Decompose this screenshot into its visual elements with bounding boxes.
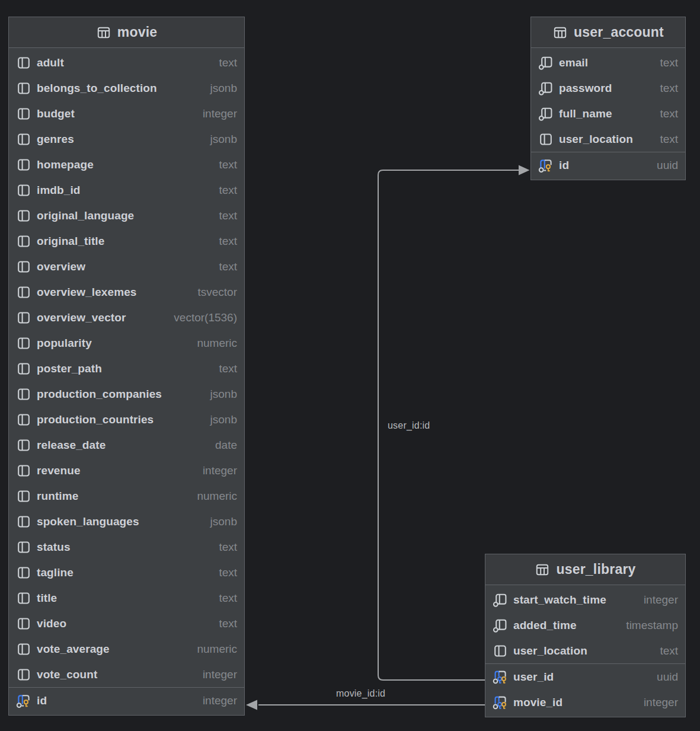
- column-name: start_watch_time: [513, 593, 606, 606]
- table-user-account-header[interactable]: user_account: [531, 17, 685, 48]
- column-row-user_location[interactable]: user_locationtext: [485, 638, 685, 663]
- column-name: original_language: [37, 209, 134, 222]
- table-movie-columns: adulttext belongs_to_collectionjsonb bud…: [9, 48, 244, 687]
- column-row-budget[interactable]: budgetinteger: [9, 101, 244, 126]
- column-type: integer: [203, 694, 237, 707]
- column-indexed-icon: [493, 592, 508, 608]
- column-icon: [16, 208, 31, 224]
- column-row-user_location[interactable]: user_locationtext: [531, 126, 685, 152]
- column-row-vote_average[interactable]: vote_averagenumeric: [9, 636, 244, 662]
- relationship-label-movie-id: movie_id:id: [336, 688, 385, 699]
- column-row-original_title[interactable]: original_titletext: [9, 228, 244, 254]
- column-row-email[interactable]: emailtext: [531, 50, 685, 75]
- column-type: text: [219, 235, 237, 248]
- table-user-library[interactable]: user_library start_watch_timeinteger add…: [485, 554, 686, 717]
- table-user-library-header[interactable]: user_library: [485, 554, 685, 585]
- column-row-poster_path[interactable]: poster_pathtext: [9, 356, 244, 381]
- column-row-start_watch_time[interactable]: start_watch_timeinteger: [485, 587, 685, 612]
- column-name: genres: [37, 133, 74, 146]
- column-type: integer: [644, 696, 678, 709]
- column-icon: [16, 540, 31, 555]
- column-row-status[interactable]: statustext: [9, 534, 244, 560]
- table-icon: [96, 25, 111, 40]
- column-type: numeric: [197, 643, 237, 656]
- column-type: text: [219, 260, 237, 273]
- column-row-belongs_to_collection[interactable]: belongs_to_collectionjsonb: [9, 75, 244, 101]
- column-icon: [16, 641, 31, 657]
- column-row-release_date[interactable]: release_datedate: [9, 432, 244, 458]
- column-row-original_language[interactable]: original_languagetext: [9, 203, 244, 228]
- column-icon: [16, 667, 31, 682]
- column-row-adult[interactable]: adulttext: [9, 50, 244, 75]
- column-row-revenue[interactable]: revenueinteger: [9, 458, 244, 483]
- column-row-production_companies[interactable]: production_companiesjsonb: [9, 381, 244, 407]
- column-icon: [16, 616, 31, 631]
- column-name: runtime: [37, 490, 78, 503]
- column-type: text: [219, 184, 237, 197]
- column-type: uuid: [657, 671, 678, 684]
- table-movie-header[interactable]: movie: [9, 17, 244, 48]
- column-type: vector(1536): [174, 311, 237, 324]
- column-row-id[interactable]: iduuid: [531, 152, 685, 178]
- relationship-movie-id-line[interactable]: [246, 700, 485, 710]
- column-type: jsonb: [210, 413, 237, 426]
- table-user-account-columns: emailtext passwordtext full_nametext use…: [531, 48, 685, 152]
- relationship-label-user-id: user_id:id: [388, 420, 430, 431]
- column-row-added_time[interactable]: added_timetimestamp: [485, 612, 685, 638]
- column-name: belongs_to_collection: [37, 82, 157, 95]
- column-row-overview_vector[interactable]: overview_vectorvector(1536): [9, 305, 244, 330]
- column-type: text: [219, 362, 237, 375]
- column-name: production_countries: [37, 413, 154, 426]
- column-icon: [16, 259, 31, 274]
- column-type: text: [219, 158, 237, 171]
- column-type: text: [660, 107, 678, 120]
- column-row-id[interactable]: idinteger: [9, 688, 244, 713]
- column-name: id: [37, 694, 47, 707]
- column-row-movie_id[interactable]: movie_idinteger: [485, 689, 685, 715]
- column-type: integer: [203, 107, 237, 120]
- column-row-genres[interactable]: genresjsonb: [9, 126, 244, 152]
- column-row-video[interactable]: videotext: [9, 611, 244, 636]
- column-name: status: [37, 541, 71, 554]
- column-name: email: [559, 56, 588, 69]
- column-row-overview_lexemes[interactable]: overview_lexemestsvector: [9, 279, 244, 305]
- column-name: revenue: [37, 464, 81, 477]
- column-row-title[interactable]: titletext: [9, 585, 244, 611]
- column-row-password[interactable]: passwordtext: [531, 75, 685, 101]
- column-type: integer: [203, 668, 237, 681]
- column-icon: [16, 157, 31, 173]
- column-icon: [16, 463, 31, 478]
- column-icon: [538, 132, 554, 147]
- column-row-overview[interactable]: overviewtext: [9, 254, 244, 279]
- diagram-canvas: user_id:id movie_id:id movie adulttext b…: [0, 0, 700, 731]
- column-row-spoken_languages[interactable]: spoken_languagesjsonb: [9, 509, 244, 534]
- column-name: adult: [37, 56, 64, 69]
- column-row-production_countries[interactable]: production_countriesjsonb: [9, 407, 244, 432]
- column-row-tagline[interactable]: taglinetext: [9, 560, 244, 585]
- column-row-full_name[interactable]: full_nametext: [531, 101, 685, 126]
- column-row-homepage[interactable]: homepagetext: [9, 152, 244, 177]
- column-row-vote_count[interactable]: vote_countinteger: [9, 662, 244, 687]
- column-type: timestamp: [626, 619, 678, 632]
- column-name: tagline: [37, 566, 73, 579]
- table-user-library-key-columns: user_iduuid movie_idinteger: [485, 663, 685, 717]
- column-row-user_id[interactable]: user_iduuid: [485, 664, 685, 689]
- table-movie-key-columns: idinteger: [9, 687, 244, 715]
- column-name: popularity: [37, 337, 92, 350]
- column-row-popularity[interactable]: popularitynumeric: [9, 330, 244, 356]
- column-type: uuid: [657, 159, 678, 172]
- table-title: user_account: [574, 24, 664, 40]
- column-icon: [16, 361, 31, 376]
- arrowhead-movie-id: [246, 700, 257, 710]
- column-type: date: [215, 439, 237, 452]
- column-indexed-icon: [538, 106, 554, 122]
- table-movie[interactable]: movie adulttext belongs_to_collectionjso…: [8, 17, 245, 716]
- table-user-account[interactable]: user_account emailtext passwordtext full…: [530, 17, 686, 180]
- column-row-runtime[interactable]: runtimenumeric: [9, 483, 244, 509]
- column-icon: [493, 643, 508, 659]
- column-row-imdb_id[interactable]: imdb_idtext: [9, 177, 244, 203]
- column-type: text: [660, 644, 678, 657]
- table-user-library-columns: start_watch_timeinteger added_timetimest…: [485, 585, 685, 663]
- column-icon: [16, 106, 31, 122]
- column-name: overview_lexemes: [37, 286, 137, 299]
